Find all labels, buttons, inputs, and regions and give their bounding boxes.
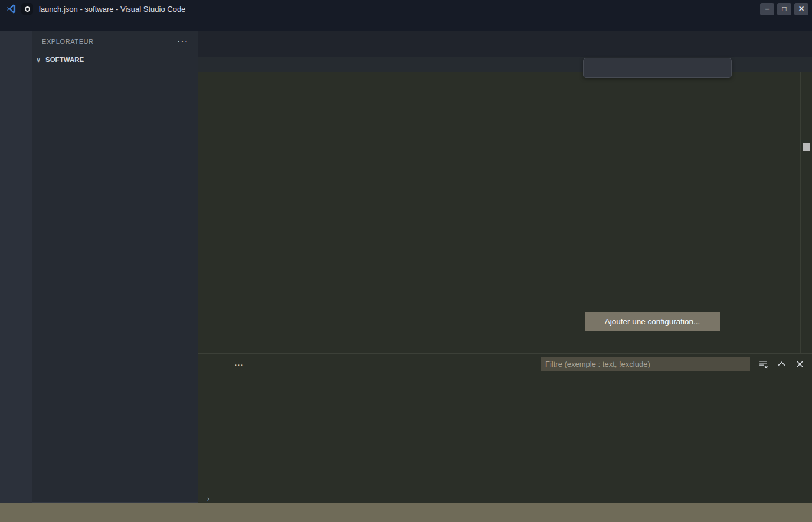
add-configuration-button[interactable]: Ajouter une configuration...	[585, 312, 720, 331]
vscode-window: launch.json - software - Visual Studio C…	[0, 0, 812, 522]
editor-actions	[803, 31, 812, 57]
explorer-sidebar: EXPLORATEUR ··· ∨ SOFTWARE	[32, 31, 198, 503]
bottom-panel: ··· ›	[198, 353, 812, 503]
panel-header: ···	[198, 354, 812, 374]
activity-bar	[0, 31, 32, 503]
editor-area	[198, 72, 812, 353]
maximize-panel-icon[interactable]	[777, 359, 787, 369]
title-bar: launch.json - software - Visual Studio C…	[0, 0, 812, 18]
sidebar-more-icon[interactable]: ···	[177, 36, 188, 47]
file-tree	[32, 67, 198, 502]
sidebar-bottom-sections	[32, 502, 198, 503]
chevron-down-icon: ∨	[36, 56, 45, 64]
code-editor[interactable]	[198, 72, 732, 353]
close-button[interactable]: ✕	[794, 3, 808, 15]
debug-console-output	[198, 374, 812, 494]
clear-console-icon[interactable]	[758, 359, 768, 369]
editor-scrollbar[interactable]	[800, 72, 812, 353]
debug-toolbar	[583, 58, 732, 78]
menu-bar	[0, 18, 812, 31]
minimize-button[interactable]: –	[760, 3, 774, 15]
close-panel-icon[interactable]	[795, 359, 805, 369]
window-title: launch.json - software - Visual Studio C…	[39, 5, 185, 14]
panel-more-icon[interactable]: ···	[234, 359, 243, 369]
vscode-logo-icon	[5, 4, 18, 14]
status-bar	[0, 503, 812, 522]
app-icon	[21, 3, 33, 15]
debug-console-input[interactable]: ›	[198, 494, 812, 503]
minimap[interactable]	[732, 72, 800, 353]
editor-tab-bar	[198, 31, 812, 57]
section-label: SOFTWARE	[45, 56, 84, 63]
section-software[interactable]: ∨ SOFTWARE	[32, 52, 198, 67]
maximize-button[interactable]: □	[777, 3, 791, 15]
debug-filter-input[interactable]	[541, 357, 750, 371]
prompt-chevron-icon: ›	[206, 494, 211, 503]
sidebar-title: EXPLORATEUR	[42, 38, 94, 45]
